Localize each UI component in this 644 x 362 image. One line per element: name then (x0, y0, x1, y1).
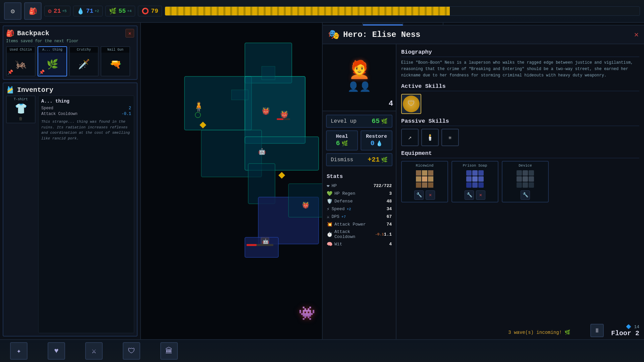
wave-icon: 🌿 (565, 329, 570, 335)
dps-icon: ⚔️ (327, 214, 329, 220)
restore-label: Restore (364, 134, 389, 139)
bottom-btn-attack[interactable]: ⚔ (85, 342, 103, 360)
atkpower-label: Attack Power (334, 222, 366, 227)
bp-slot-2[interactable]: Crutchy 🗡️ (69, 46, 99, 76)
water-icon: 💧 (77, 7, 84, 15)
count-row: 🔷 14 (611, 324, 639, 329)
passive-skill-1[interactable]: 🕯️ (421, 129, 439, 146)
equip-ricewind-use[interactable]: 🔧 (414, 190, 424, 200)
map-canvas: 🧍 👹 👹 🤖 👹 🤖 (141, 23, 322, 339)
bp-slot-2-img: 🗡️ (78, 53, 90, 76)
bp-slot-1[interactable]: A... thing 🌿 📌 (38, 46, 67, 76)
svg-rect-8 (288, 184, 322, 217)
bp-slot-1-label: A... thing (38, 47, 66, 53)
wave-notice: 3 wave(s) incoming! 🌿 (508, 329, 570, 335)
backpack-panel: 🎒 Backpack ✕ Items saved for the next fl… (3, 25, 138, 80)
hero-name: Hero: Elise Ness (343, 30, 420, 39)
stat-defense: 🛡️ Defense 48 (327, 198, 392, 204)
count-icon: 🔷 (626, 324, 631, 329)
atkcd-icon: ⏱️ (327, 232, 332, 237)
backpack-icon: 🎒 (6, 29, 14, 38)
equipment-list: Ricewind (401, 161, 639, 202)
stat-wit: 🧠 Wit 4 (327, 241, 392, 247)
hero-icon: 🎭 (328, 29, 340, 40)
active-skill-0[interactable]: 🛡 (401, 94, 421, 114)
levelup-label: Level up (331, 118, 357, 124)
item-stat-cd-label: Attack Cooldown (41, 112, 77, 116)
item-stat-speed: Speed 2 (41, 106, 131, 111)
boss-creature: 👾 (299, 305, 315, 322)
dismiss-val: +21 (368, 156, 380, 164)
bottom-btn-health[interactable]: ♥ (48, 342, 65, 360)
bottom-btn-building[interactable]: 🏛 (160, 342, 178, 360)
svg-text:👹: 👹 (262, 107, 270, 115)
speed-val: 34 (386, 206, 392, 212)
restore-button[interactable]: Restore 0 💧 (361, 130, 392, 150)
equip-prisonsoap-remove[interactable]: ✕ (476, 190, 485, 200)
heal-label: Heal (329, 134, 355, 139)
bp-slot-1-pin: 📌 (39, 69, 45, 75)
dps-label: DPS (331, 214, 339, 219)
bp-slot-3[interactable]: Nail Gun 🔫 (101, 46, 130, 76)
equip-ricewind-remove[interactable]: ✕ (426, 190, 435, 200)
xp-bar (165, 6, 640, 16)
equip-prisonsoap-name: Prison Soap (463, 164, 487, 168)
hero-portrait: 🧑‍🦰 👤👤 4 (323, 44, 396, 111)
item-stat-speed-label: Speed (41, 106, 53, 111)
bp-slot-3-label: Nail Gun (101, 47, 129, 53)
heal-button[interactable]: Heal 6 🌿 (326, 130, 358, 150)
wit-label: Wit (334, 242, 342, 247)
stat-dps: ⚔️ DPS +7 67 (327, 214, 392, 220)
bottom-btn-defense[interactable]: 🛡 (123, 342, 140, 360)
dismiss-leaf: 🌿 (381, 157, 388, 163)
circle-icon: ⭕ (142, 7, 149, 15)
backpack-close-button[interactable]: ✕ (125, 29, 134, 38)
item-stat-cd-val: -0.1 (121, 112, 131, 116)
passive-skills-list: ↗️ 🕯️ ✳️ (401, 129, 639, 146)
inventory-body: T-shirt 👕 🗑 A... thing Speed 2 Attack Co… (6, 96, 134, 333)
action-grid: Level up 65 🌿 Heal 6 🌿 Restore (323, 111, 396, 170)
stat-attack: ⚙ 21 +5 (44, 6, 70, 16)
atkcd-label: Attack Cooldown (334, 229, 373, 239)
circle-val: 79 (151, 8, 158, 14)
wit-val: 4 (389, 242, 392, 247)
hero-stats: Stats ❤️ HP 722/722 💚 HP Regen 3 (323, 170, 396, 253)
bp-slot-0[interactable]: Used Chitin 🦗 📌 (6, 46, 36, 76)
equip-prisonsoap: Prison Soap (451, 161, 498, 202)
inventory-icon: 🎽 (6, 86, 14, 94)
active-skills-title: Active Skills (401, 83, 639, 91)
restore-val: 0 (370, 139, 374, 147)
active-skills-list: 🛡 (401, 94, 639, 114)
equip-ricewind-name: Ricewind (416, 164, 434, 168)
dps-bonus: +7 (341, 215, 346, 219)
stat-hp: ❤️ HP 722/722 (327, 183, 392, 189)
hero-close-button[interactable]: ✕ (634, 30, 639, 39)
backpack-icon-btn[interactable]: 🎒 (24, 2, 42, 20)
item-stat-speed-val: 2 (129, 106, 131, 111)
svg-rect-19 (277, 118, 283, 120)
passive-skill-2[interactable]: ✳️ (441, 129, 459, 146)
pause-button[interactable]: ⏸ (590, 324, 604, 337)
levelup-val: 65 (372, 117, 380, 125)
levelup-leaf: 🌿 (381, 118, 388, 125)
hpregen-label: HP Regen (334, 191, 355, 196)
water-val: 71 (86, 8, 94, 14)
svg-rect-23 (247, 244, 257, 246)
heal-val-group: 6 🌿 (329, 139, 355, 147)
equip-prisonsoap-use[interactable]: 🔧 (465, 190, 474, 200)
svg-text:👹: 👹 (280, 110, 288, 119)
settings-icon-btn[interactable]: ⚙ (4, 2, 21, 20)
restore-val-group: 0 💧 (364, 139, 389, 147)
portrait-level: 4 (389, 100, 393, 108)
leaf-icon: 🌿 (109, 7, 116, 15)
inv-slot-0[interactable]: T-shirt 👕 🗑 (6, 96, 36, 123)
backpack-slots: Used Chitin 🦗 📌 A... thing 🌿 📌 Crutchy 🗡… (6, 46, 134, 76)
passive-skill-0[interactable]: ↗️ (401, 129, 419, 146)
svg-rect-9 (231, 90, 248, 100)
levelup-button[interactable]: Level up 65 🌿 (326, 115, 392, 128)
stat-green: 🌿 55 +4 (105, 6, 135, 16)
equip-device-use[interactable]: 🔧 (521, 190, 530, 200)
bottom-btn-special[interactable]: ✦ (10, 342, 28, 360)
stat-water: 💧 71 +2 (73, 6, 103, 16)
dismiss-button[interactable]: Dismiss +21 🌿 (326, 153, 392, 166)
